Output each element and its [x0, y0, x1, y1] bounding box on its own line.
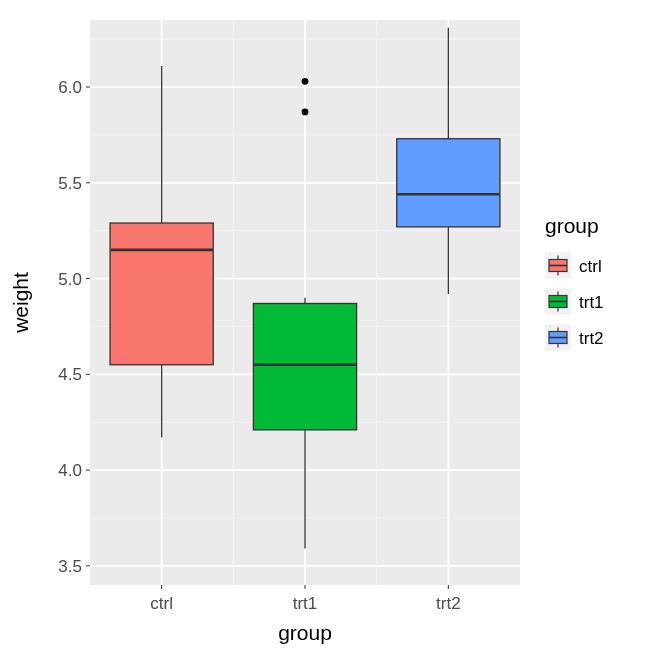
boxplot-chart: 3.54.04.55.05.56.0 ctrltrt1trt2 weight g… [0, 0, 672, 672]
y-tick-label: 4.5 [58, 365, 82, 384]
box-trt2 [397, 139, 500, 227]
x-tick-label: ctrl [150, 594, 173, 613]
box-ctrl [110, 223, 213, 365]
y-tick-label: 6.0 [58, 78, 82, 97]
legend-title: group [545, 214, 599, 237]
legend-item-ctrl: ctrl [579, 257, 602, 276]
y-tick-label: 3.5 [58, 557, 82, 576]
legend-item-trt1: trt1 [579, 293, 604, 312]
x-tick-label: trt2 [436, 594, 461, 613]
y-axis-title: weight [9, 272, 32, 334]
y-tick-label: 5.5 [58, 174, 82, 193]
legend-item-trt2: trt2 [579, 329, 604, 348]
outlier-point [302, 78, 309, 85]
box-trt1 [253, 303, 356, 429]
x-tick-label: trt1 [293, 594, 318, 613]
x-axis-title: group [278, 621, 332, 644]
outlier-point [302, 109, 309, 116]
y-tick-label: 5.0 [58, 270, 82, 289]
y-tick-label: 4.0 [58, 461, 82, 480]
